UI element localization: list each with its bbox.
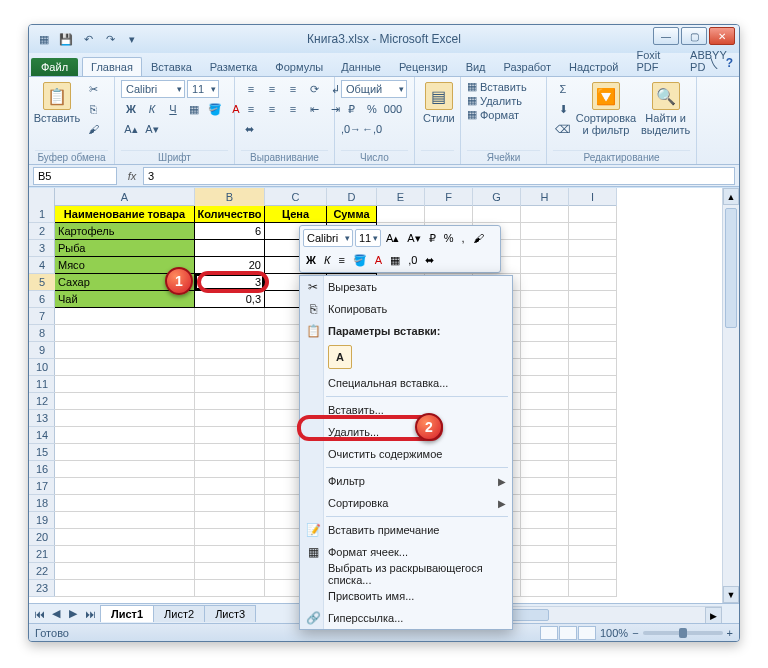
formula-bar[interactable]: 3 [143, 167, 735, 185]
cell-item-name[interactable]: Сахар [55, 274, 195, 291]
cell[interactable] [569, 359, 617, 376]
cell[interactable] [521, 444, 569, 461]
cell[interactable] [425, 206, 473, 223]
cell[interactable] [521, 461, 569, 478]
ctx-clear[interactable]: Очистить содержимое [300, 443, 512, 465]
cell[interactable] [195, 529, 265, 546]
row-header[interactable]: 20 [29, 529, 55, 546]
ctx-filter[interactable]: Фильтр▶ [300, 470, 512, 492]
decrease-decimal-icon[interactable]: ←,0 [362, 120, 382, 138]
cell[interactable] [569, 308, 617, 325]
tab-addins[interactable]: Надстрой [560, 57, 627, 76]
column-header[interactable]: B [195, 188, 265, 206]
cell[interactable] [569, 257, 617, 274]
column-header[interactable]: G [473, 188, 521, 206]
cell[interactable] [521, 529, 569, 546]
cell[interactable] [195, 563, 265, 580]
row-header[interactable]: 18 [29, 495, 55, 512]
cell[interactable] [55, 393, 195, 410]
styles-button[interactable]: ▤ Стили [421, 80, 457, 126]
column-header[interactable]: A [55, 188, 195, 206]
cell[interactable] [55, 529, 195, 546]
column-header[interactable]: C [265, 188, 327, 206]
qat-customize-icon[interactable]: ▾ [123, 30, 141, 48]
cell[interactable] [521, 359, 569, 376]
cell[interactable] [473, 206, 521, 223]
align-left-icon[interactable]: ≡ [241, 100, 261, 118]
cell[interactable] [521, 410, 569, 427]
tab-review[interactable]: Рецензир [390, 57, 457, 76]
fx-icon[interactable]: fx [121, 170, 143, 182]
save-icon[interactable]: 💾 [57, 30, 75, 48]
font-size-combo[interactable]: 11 [187, 80, 219, 98]
sort-filter-button[interactable]: 🔽 Сортировка и фильтр [577, 80, 635, 138]
sheet-nav-next-icon[interactable]: ▶ [65, 606, 81, 622]
cell[interactable] [377, 206, 425, 223]
cell[interactable] [55, 461, 195, 478]
vertical-scrollbar[interactable]: ▲ ▼ [722, 188, 739, 603]
cell[interactable] [195, 359, 265, 376]
view-layout-icon[interactable] [559, 626, 577, 640]
align-center-icon[interactable]: ≡ [262, 100, 282, 118]
row-header[interactable]: 16 [29, 461, 55, 478]
ctx-sort[interactable]: Сортировка▶ [300, 492, 512, 514]
cell[interactable] [55, 512, 195, 529]
clear-icon[interactable]: ⌫ [553, 120, 573, 138]
cell[interactable] [195, 325, 265, 342]
mini-percent-icon[interactable]: % [441, 229, 457, 247]
tab-formulas[interactable]: Формулы [266, 57, 332, 76]
cell[interactable] [569, 342, 617, 359]
ctx-cut[interactable]: ✂Вырезать [300, 276, 512, 298]
view-normal-icon[interactable] [540, 626, 558, 640]
file-tab[interactable]: Файл [31, 58, 78, 76]
mini-font-color-icon[interactable]: A [372, 251, 385, 269]
underline-button[interactable]: Ч [163, 100, 183, 118]
row-header[interactable]: 19 [29, 512, 55, 529]
cell-item-name[interactable]: Рыба [55, 240, 195, 257]
italic-button[interactable]: К [142, 100, 162, 118]
cell[interactable] [521, 376, 569, 393]
decrease-indent-icon[interactable]: ⇤ [304, 100, 324, 118]
maximize-button[interactable]: ▢ [681, 27, 707, 45]
row-header[interactable]: 14 [29, 427, 55, 444]
cell-qty[interactable] [195, 240, 265, 257]
cell[interactable] [521, 393, 569, 410]
mini-align-icon[interactable]: ≡ [335, 251, 347, 269]
sheet-tab[interactable]: Лист2 [153, 605, 205, 622]
table-header-cell[interactable]: Сумма [327, 206, 377, 223]
zoom-slider[interactable] [643, 631, 723, 635]
cell[interactable] [521, 580, 569, 597]
cell-qty[interactable]: 6 [195, 223, 265, 240]
cell[interactable] [195, 461, 265, 478]
cell[interactable] [55, 325, 195, 342]
mini-font-name[interactable]: Calibri [303, 229, 353, 247]
cell-qty[interactable]: 3 [195, 274, 265, 291]
mini-bold-button[interactable]: Ж [303, 251, 319, 269]
column-header[interactable]: D [327, 188, 377, 206]
row-header[interactable]: 23 [29, 580, 55, 597]
ctx-pick-from-list[interactable]: Выбрать из раскрывающегося списка... [300, 563, 512, 585]
row-header[interactable]: 2 [29, 223, 55, 240]
sheet-tab[interactable]: Лист1 [100, 605, 154, 622]
cell[interactable] [521, 546, 569, 563]
cell[interactable] [521, 240, 569, 257]
cell[interactable] [55, 546, 195, 563]
row-header[interactable]: 15 [29, 444, 55, 461]
ctx-format-cells[interactable]: ▦Формат ячеек... [300, 541, 512, 563]
cell[interactable] [55, 359, 195, 376]
cell[interactable] [521, 495, 569, 512]
currency-icon[interactable]: ₽ [341, 100, 361, 118]
paste-button[interactable]: 📋 Вставить [35, 80, 79, 126]
cell[interactable] [55, 308, 195, 325]
cell[interactable] [195, 444, 265, 461]
row-header[interactable]: 6 [29, 291, 55, 308]
sheet-tab[interactable]: Лист3 [204, 605, 256, 622]
ctx-define-name[interactable]: Присвоить имя... [300, 585, 512, 607]
cell[interactable] [569, 393, 617, 410]
sheet-nav-prev-icon[interactable]: ◀ [48, 606, 64, 622]
ctx-insert-comment[interactable]: 📝Вставить примечание [300, 519, 512, 541]
fill-color-button[interactable]: 🪣 [205, 100, 225, 118]
copy-icon[interactable]: ⎘ [83, 100, 103, 118]
cell[interactable] [55, 478, 195, 495]
row-header[interactable]: 3 [29, 240, 55, 257]
